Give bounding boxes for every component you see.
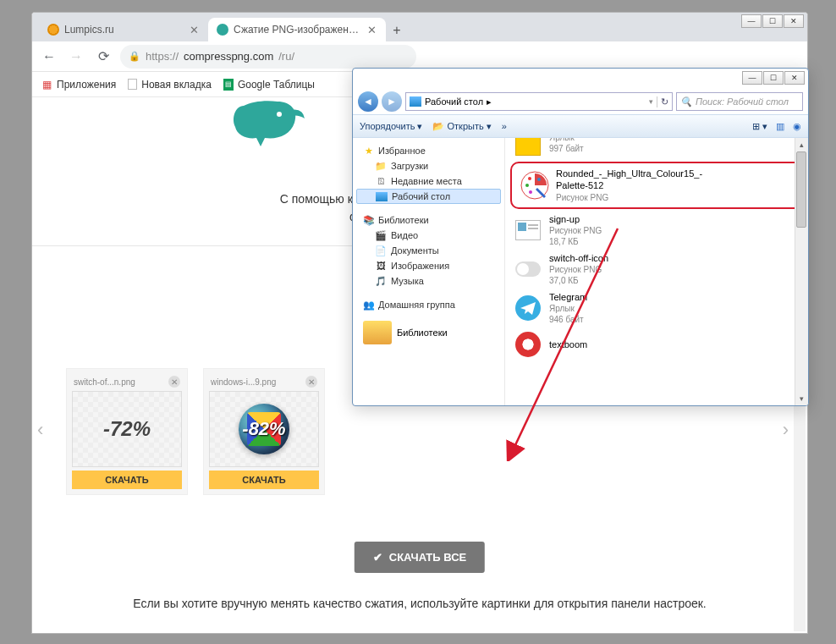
- maximize-button[interactable]: ☐: [763, 71, 784, 85]
- download-all-button[interactable]: ✔ СКАЧАТЬ ВСЕ: [355, 542, 485, 573]
- document-icon: 📄: [375, 245, 387, 256]
- tab-title: Сжатие PNG-изображений онл: [234, 24, 360, 36]
- search-field[interactable]: 🔍 Поиск: Рабочий стол: [676, 92, 803, 111]
- check-icon: ✔: [373, 551, 382, 564]
- more-button[interactable]: »: [502, 121, 507, 131]
- carousel-prev[interactable]: ‹: [37, 419, 43, 441]
- open-button[interactable]: 📂Открыть ▾: [432, 121, 491, 132]
- sidebar-item-documents[interactable]: 📄Документы: [356, 243, 501, 258]
- minimize-button[interactable]: —: [742, 71, 762, 85]
- thumb-preview[interactable]: -82%: [209, 391, 319, 467]
- file-item[interactable]: sign-upРисунок PNG18,7 КБ: [505, 211, 808, 250]
- thumb-header: switch-of...n.png ✕: [72, 374, 182, 391]
- sheets-icon: ▤: [223, 79, 234, 91]
- svg-point-5: [529, 190, 532, 194]
- refresh-icon[interactable]: ↻: [657, 96, 668, 107]
- path-field[interactable]: Рабочий стол ▸ ▾ ↻: [405, 92, 673, 111]
- carousel-next[interactable]: ›: [783, 419, 789, 441]
- libraries-header[interactable]: 📚Библиотеки: [356, 212, 501, 228]
- back-button[interactable]: ◄: [358, 91, 378, 112]
- palette-icon: [520, 171, 549, 200]
- bookmark-gsheets[interactable]: ▤Google Таблицы: [223, 79, 315, 91]
- search-placeholder: Поиск: Рабочий стол: [696, 96, 789, 107]
- thumb-remove-icon[interactable]: ✕: [305, 376, 317, 388]
- tab-close-icon[interactable]: ✕: [366, 24, 377, 36]
- view-mode-button[interactable]: ⊞ ▾: [752, 121, 767, 132]
- explorer-body: ★Избранное 📁Загрузки 🖻Недавние места Раб…: [353, 138, 808, 405]
- file-item[interactable]: textboom: [505, 328, 808, 361]
- tab-title: Lumpics.ru: [64, 24, 114, 36]
- forward-button[interactable]: →: [66, 47, 86, 67]
- favorites-header[interactable]: ★Избранное: [356, 143, 501, 158]
- search-icon: 🔍: [680, 96, 692, 107]
- scroll-down-icon[interactable]: ▾: [795, 392, 808, 405]
- sidebar-item-images[interactable]: 🖼Изображения: [356, 258, 501, 273]
- svg-point-2: [537, 178, 541, 181]
- tab-close-icon[interactable]: ✕: [188, 24, 200, 36]
- svg-point-4: [525, 184, 529, 187]
- close-button[interactable]: ✕: [784, 71, 805, 85]
- video-icon: 🎬: [375, 229, 387, 241]
- chevron-right-icon[interactable]: ▸: [487, 96, 492, 107]
- apps-icon: ▦: [41, 79, 52, 91]
- file-item[interactable]: switch-off-iconРисунок PNG37,0 КБ: [505, 250, 808, 289]
- reload-button[interactable]: ⟳: [93, 47, 113, 67]
- thumb-header: windows-i...9.png ✕: [209, 374, 319, 391]
- tab-compresspng[interactable]: Сжатие PNG-изображений онл ✕: [208, 18, 386, 41]
- close-button[interactable]: ✕: [784, 14, 804, 28]
- signup-icon: [514, 216, 542, 245]
- thumbnail-card: switch-of...n.png ✕ -72% СКАЧАТЬ: [66, 368, 188, 495]
- svg-point-3: [528, 177, 531, 180]
- thumb-download-button[interactable]: СКАЧАТЬ: [209, 471, 319, 489]
- thumb-download-button[interactable]: СКАЧАТЬ: [72, 471, 182, 489]
- path-segment[interactable]: Рабочий стол: [425, 96, 483, 107]
- chevron-down-icon[interactable]: ▾: [649, 97, 653, 106]
- bookmark-apps[interactable]: ▦Приложения: [41, 79, 116, 91]
- label: Упорядочить: [360, 121, 415, 131]
- scroll-thumb[interactable]: [796, 151, 806, 228]
- help-button[interactable]: ◉: [793, 121, 801, 132]
- maximize-button[interactable]: ☐: [762, 14, 783, 28]
- organize-menu[interactable]: Упорядочить ▾: [360, 121, 422, 132]
- favicon-icon: [47, 24, 59, 36]
- bookmark-label: Приложения: [57, 79, 116, 91]
- sidebar-item-desktop[interactable]: Рабочий стол: [356, 189, 501, 204]
- forward-button[interactable]: ►: [382, 91, 402, 112]
- thumb-remove-icon[interactable]: ✕: [168, 376, 180, 388]
- site-logo: [227, 97, 320, 148]
- tab-bar: Lumpics.ru ✕ Сжатие PNG-изображений онл …: [32, 13, 807, 41]
- back-button[interactable]: ←: [39, 47, 59, 67]
- label: Загрузки: [391, 161, 428, 171]
- address-field[interactable]: 🔒 https://compresspng.com/ru/: [120, 45, 416, 69]
- new-tab-button[interactable]: +: [386, 19, 408, 41]
- bookmark-newtab[interactable]: Новая вкладка: [128, 79, 212, 91]
- preview-pane-button[interactable]: ▥: [776, 121, 784, 132]
- bookmark-label: Google Таблицы: [238, 79, 315, 91]
- file-scrollbar[interactable]: ▴ ▾: [795, 138, 808, 405]
- lock-icon: 🔒: [129, 51, 140, 62]
- folder-icon: 📁: [375, 160, 387, 172]
- file-item[interactable]: Ярлык997 байт: [505, 138, 808, 160]
- compression-badge: -72%: [103, 417, 151, 441]
- file-type: Рисунок PNG: [549, 264, 608, 275]
- desktop-icon: [410, 96, 421, 107]
- tab-lumpics[interactable]: Lumpics.ru ✕: [39, 18, 208, 41]
- sidebar-item-music[interactable]: 🎵Музыка: [356, 273, 501, 289]
- sidebar-item-video[interactable]: 🎬Видео: [356, 228, 501, 243]
- label: Изображения: [391, 261, 449, 271]
- sidebar-item-recent[interactable]: 🖻Недавние места: [356, 173, 501, 189]
- bookmark-label: Новая вкладка: [141, 79, 212, 91]
- explorer-sidebar: ★Избранное 📁Загрузки 🖻Недавние места Раб…: [353, 138, 505, 405]
- svg-point-0: [277, 112, 282, 117]
- folder-open-icon: 📂: [432, 121, 444, 132]
- scroll-up-icon[interactable]: ▴: [795, 138, 808, 151]
- file-explorer-window: — ☐ ✕ ◄ ► Рабочий стол ▸ ▾ ↻ 🔍 Поиск: Ра…: [352, 68, 809, 406]
- switch-icon: [514, 255, 542, 283]
- minimize-button[interactable]: —: [741, 14, 762, 28]
- sidebar-item-downloads[interactable]: 📁Загрузки: [356, 158, 501, 173]
- label: Библиотеки: [378, 215, 429, 225]
- file-item-highlighted[interactable]: Rounded_-_High_Ultra_Colour15_-Palette-5…: [510, 162, 803, 209]
- thumb-preview[interactable]: -72%: [72, 391, 182, 467]
- file-item[interactable]: TelegramЯрлык946 байт: [505, 289, 808, 328]
- homegroup-header[interactable]: 👥Домашняя группа: [356, 297, 501, 312]
